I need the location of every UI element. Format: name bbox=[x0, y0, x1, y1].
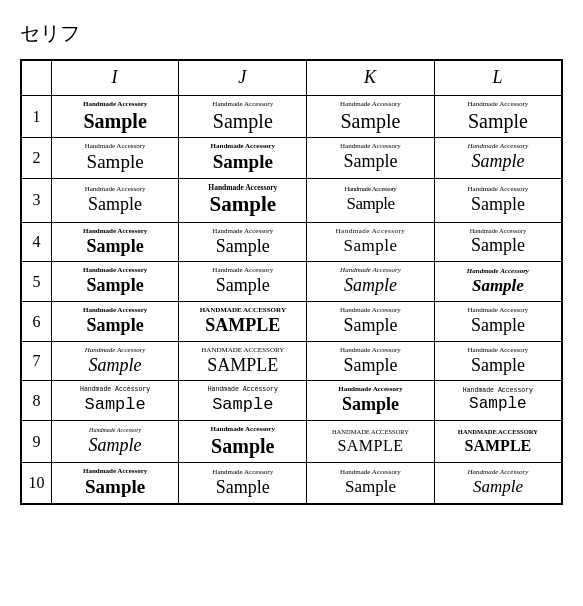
cell-r2-i: Handmade AccessorySample bbox=[51, 137, 179, 178]
cell-label-bottom: Sample bbox=[343, 315, 397, 337]
cell-r5-l: Handmade AccessorySample bbox=[434, 262, 562, 302]
cell-label-top: Handmade Accessory bbox=[212, 227, 273, 236]
cell-r10-l: Handmade AccessorySample bbox=[434, 463, 562, 504]
cell-label-top: Handmade Accessory bbox=[467, 185, 528, 194]
cell-r9-j: Handmade AccessorySample bbox=[179, 420, 307, 462]
cell-label-bottom: Sample bbox=[343, 236, 397, 256]
table-row: 3Handmade AccessorySampleHandmade Access… bbox=[21, 178, 562, 222]
cell-label-top: Handmade Accessory bbox=[345, 185, 397, 194]
cell-label-bottom: Sample bbox=[89, 435, 142, 457]
cell-r3-l: Handmade AccessorySample bbox=[434, 178, 562, 222]
table-row: 4Handmade AccessorySampleHandmade Access… bbox=[21, 222, 562, 262]
cell-label-top: Handmade Accessory bbox=[208, 183, 277, 193]
cell-label-top: Handmade Accessory bbox=[468, 142, 529, 151]
cell-label-top: Handmade Accessory bbox=[208, 386, 278, 394]
cell-r7-j: HANDMADE ACCESSORYSAMPLE bbox=[179, 341, 307, 381]
cell-r8-i: Handmade AccessorySample bbox=[51, 381, 179, 421]
cell-r6-j: HANDMADE ACCESSORYSAMPLE bbox=[179, 301, 307, 341]
cell-r1-k: Handmade AccessorySample bbox=[307, 95, 435, 137]
page-title: セリフ bbox=[20, 20, 563, 47]
cell-label-top: Handmade Accessory bbox=[340, 100, 401, 109]
column-header-row: I J K L bbox=[21, 60, 562, 95]
cell-label-bottom: Sample bbox=[472, 276, 524, 296]
cell-label-bottom: Sample bbox=[83, 109, 146, 133]
cell-label-bottom: Sample bbox=[471, 235, 525, 257]
cell-label-bottom: Sample bbox=[89, 355, 142, 377]
cell-label-bottom: Sample bbox=[471, 355, 525, 377]
row-number: 4 bbox=[21, 222, 51, 262]
cell-label-top: Handmade Accessory bbox=[336, 227, 406, 236]
cell-label-bottom: Sample bbox=[216, 236, 270, 258]
table-row: 5Handmade AccessorySampleHandmade Access… bbox=[21, 262, 562, 302]
row-number: 10 bbox=[21, 463, 51, 504]
cell-label-bottom: SAMPLE bbox=[465, 436, 532, 455]
cell-r9-i: Handmade AccessorySample bbox=[51, 420, 179, 462]
cell-label-bottom: Sample bbox=[343, 355, 397, 377]
cell-label-bottom: Sample bbox=[211, 434, 274, 458]
cell-label-top: Handmade Accessory bbox=[467, 346, 528, 355]
cell-r1-i: Handmade AccessorySample bbox=[51, 95, 179, 137]
cell-r4-i: Handmade AccessorySample bbox=[51, 222, 179, 262]
font-sample-table: I J K L 1Handmade AccessorySampleHandmad… bbox=[20, 59, 563, 505]
cell-label-bottom: Sample bbox=[87, 275, 144, 297]
cell-r7-k: Handmade AccessorySample bbox=[307, 341, 435, 381]
cell-label-top: Handmade Accessory bbox=[211, 425, 275, 434]
cell-label-top: Handmade Accessory bbox=[80, 386, 150, 394]
cell-label-bottom: SAMPLE bbox=[337, 436, 403, 455]
cell-label-bottom: Sample bbox=[87, 151, 144, 174]
cell-label-bottom: Sample bbox=[346, 194, 394, 214]
cell-label-bottom: Sample bbox=[212, 395, 273, 415]
cell-r4-j: Handmade AccessorySample bbox=[179, 222, 307, 262]
cell-r2-j: Handmade AccessorySample bbox=[179, 137, 307, 178]
cell-label-bottom: Sample bbox=[471, 194, 525, 216]
table-row: 7Handmade AccessorySampleHANDMADE ACCESS… bbox=[21, 341, 562, 381]
cell-label-top: HANDMADE ACCESSORY bbox=[200, 306, 286, 315]
row-number: 3 bbox=[21, 178, 51, 222]
cell-r1-j: Handmade AccessorySample bbox=[179, 95, 307, 137]
row-number: 2 bbox=[21, 137, 51, 178]
cell-label-bottom: Sample bbox=[342, 394, 399, 416]
cell-label-top: Handmade Accessory bbox=[467, 306, 528, 315]
cell-label-top: Handmade Accessory bbox=[340, 306, 401, 315]
cell-label-top: HANDMADE ACCESSORY bbox=[201, 346, 284, 355]
cell-label-bottom: Sample bbox=[213, 151, 273, 174]
header-col-i: I bbox=[51, 60, 179, 95]
cell-label-bottom: Sample bbox=[471, 151, 524, 173]
cell-label-bottom: Sample bbox=[85, 476, 145, 499]
cell-label-bottom: Sample bbox=[340, 109, 400, 133]
cell-r9-k: HANDMADE ACCESSORYSAMPLE bbox=[307, 420, 435, 462]
cell-r5-k: Handmade AccessorySample bbox=[307, 262, 435, 302]
cell-label-top: Handmade Accessory bbox=[83, 227, 147, 236]
cell-label-top: Handmade Accessory bbox=[83, 467, 147, 476]
cell-r2-k: Handmade AccessorySample bbox=[307, 137, 435, 178]
cell-label-bottom: Sample bbox=[87, 315, 144, 337]
cell-r5-j: Handmade AccessorySample bbox=[179, 262, 307, 302]
cell-label-top: Handmade Accessory bbox=[89, 427, 141, 435]
cell-label-top: Handmade Accessory bbox=[85, 142, 146, 151]
row-number: 9 bbox=[21, 420, 51, 462]
cell-r3-j: Handmade AccessorySample bbox=[179, 178, 307, 222]
header-col-l: L bbox=[434, 60, 562, 95]
cell-label-top: Handmade Accessory bbox=[468, 468, 529, 477]
cell-label-bottom: Sample bbox=[468, 109, 528, 133]
cell-label-top: Handmade Accessory bbox=[338, 385, 402, 394]
row-number: 6 bbox=[21, 301, 51, 341]
cell-r6-k: Handmade AccessorySample bbox=[307, 301, 435, 341]
cell-r7-l: Handmade AccessorySample bbox=[434, 341, 562, 381]
cell-r6-i: Handmade AccessorySample bbox=[51, 301, 179, 341]
cell-label-top: Handmade Accessory bbox=[212, 100, 273, 109]
row-number: 7 bbox=[21, 341, 51, 381]
row-number: 5 bbox=[21, 262, 51, 302]
cell-label-bottom: Sample bbox=[213, 109, 273, 133]
cell-label-top: Handmade Accessory bbox=[340, 142, 401, 151]
cell-label-top: HANDMADE ACCESSORY bbox=[332, 428, 409, 436]
cell-label-top: Handmade Accessory bbox=[83, 100, 147, 109]
cell-label-bottom: Sample bbox=[473, 477, 523, 497]
cell-r10-i: Handmade AccessorySample bbox=[51, 463, 179, 504]
cell-label-top: Handmade Accessory bbox=[340, 346, 401, 355]
cell-label-top: Handmade Accessory bbox=[83, 266, 147, 275]
cell-label-top: Handmade Accessory bbox=[212, 266, 273, 275]
header-col-j: J bbox=[179, 60, 307, 95]
cell-label-bottom: Sample bbox=[88, 194, 142, 216]
table-row: 9Handmade AccessorySampleHandmade Access… bbox=[21, 420, 562, 462]
